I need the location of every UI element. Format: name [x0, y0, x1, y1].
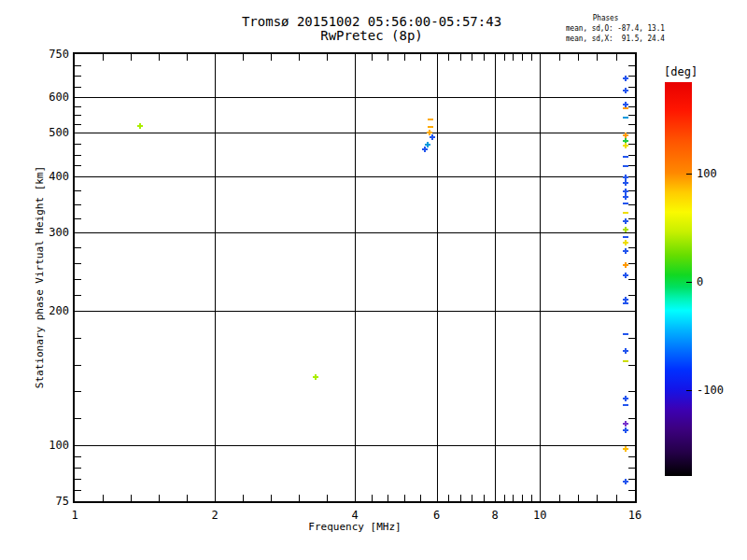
x-gridline: [495, 54, 496, 501]
x-minor-tick-top: [484, 54, 485, 61]
x-tick-label: 10: [521, 509, 558, 522]
data-point: [427, 142, 429, 147]
data-point: [428, 126, 433, 128]
x-minor-tick: [159, 495, 160, 501]
data-point: [623, 236, 628, 238]
y-gridline: [75, 97, 635, 98]
x-minor-tick: [616, 495, 617, 501]
y-minor-tick-right: [628, 295, 635, 296]
x-minor-tick-top: [103, 54, 104, 61]
y-minor-tick-right: [628, 338, 635, 339]
colorbar-tick: [686, 390, 692, 391]
x-minor-tick-top: [616, 54, 617, 61]
x-minor-tick: [388, 495, 388, 501]
data-point: [623, 156, 628, 158]
x-minor-tick-top: [131, 54, 132, 61]
data-point: [139, 123, 141, 129]
y-minor-tick-right: [628, 204, 635, 205]
x-minor-tick-top: [372, 54, 373, 61]
x-minor-tick-top: [472, 54, 472, 61]
x-minor-tick: [187, 495, 188, 501]
colorbar-tick-label: 0: [697, 275, 703, 288]
x-gridline: [355, 54, 356, 501]
y-minor-tick: [75, 144, 81, 145]
y-minor-tick-right: [628, 144, 635, 145]
data-point: [623, 212, 628, 214]
data-point: [625, 143, 627, 148]
data-point: [625, 396, 627, 401]
data-point: [623, 203, 628, 204]
colorbar: [665, 82, 692, 476]
colorbar-tick: [686, 174, 692, 175]
x-minor-tick-top: [187, 54, 188, 61]
x-minor-tick: [372, 495, 373, 501]
x-minor-tick: [513, 495, 514, 501]
x-minor-tick-top: [460, 54, 461, 61]
phase-statistics: Phases mean, sd,O: -87.4, 13.1 mean, sd,…: [566, 13, 659, 44]
y-minor-tick: [75, 115, 81, 116]
y-minor-tick: [75, 263, 81, 264]
data-point: [429, 130, 430, 135]
colorbar-tick: [686, 282, 692, 283]
x-minor-tick-top: [327, 54, 328, 61]
colorbar-unit-label: [deg]: [664, 65, 698, 78]
x-minor-tick-top: [159, 54, 160, 61]
data-point: [625, 479, 627, 484]
x-minor-tick: [559, 495, 560, 501]
data-point: [623, 117, 628, 119]
y-minor-tick: [75, 76, 81, 77]
y-minor-tick: [75, 365, 81, 366]
y-minor-tick: [75, 279, 81, 280]
y-minor-tick-right: [628, 76, 635, 77]
y-minor-tick: [75, 490, 81, 491]
y-minor-tick: [75, 124, 81, 125]
x-minor-tick-top: [504, 54, 505, 61]
phase-mean-sd-x: mean, sd,X: 91.5, 24.4: [566, 34, 659, 44]
y-minor-tick-right: [628, 479, 635, 480]
data-point: [623, 360, 628, 362]
y-minor-tick: [75, 165, 81, 166]
y-tick-label: 400: [30, 170, 69, 183]
data-point: [623, 302, 628, 304]
data-point: [315, 374, 317, 380]
data-point: [623, 165, 628, 167]
y-minor-tick-right: [628, 365, 635, 366]
y-minor-tick-right: [628, 456, 635, 457]
y-minor-tick-right: [628, 124, 635, 125]
data-point: [625, 218, 627, 224]
y-minor-tick-right: [628, 391, 635, 392]
x-minor-tick-top: [578, 54, 579, 61]
y-minor-tick-right: [628, 418, 635, 419]
data-point: [625, 273, 627, 278]
data-point: [625, 76, 627, 81]
data-point: [625, 227, 627, 232]
x-minor-tick: [531, 495, 532, 501]
y-minor-tick: [75, 87, 81, 88]
x-minor-tick: [420, 495, 421, 501]
data-point: [625, 446, 627, 452]
y-gridline: [75, 133, 635, 133]
data-point: [625, 240, 627, 245]
colorbar-tick-label: 100: [697, 167, 717, 180]
x-minor-tick-top: [559, 54, 560, 61]
y-minor-tick: [75, 456, 81, 457]
x-minor-tick-top: [271, 54, 272, 61]
y-minor-tick: [75, 190, 81, 191]
y-minor-tick: [75, 218, 81, 219]
y-minor-tick: [75, 155, 81, 156]
x-minor-tick-top: [404, 54, 405, 61]
data-point: [623, 404, 628, 406]
data-point: [625, 194, 627, 200]
y-gridline: [75, 232, 635, 233]
y-tick-label: 750: [30, 48, 69, 61]
y-minor-tick-right: [628, 247, 635, 248]
y-minor-tick-right: [628, 490, 635, 491]
y-minor-tick: [75, 295, 81, 296]
y-tick-label: 300: [30, 226, 69, 239]
y-minor-tick: [75, 204, 81, 205]
y-tick-label: 100: [30, 439, 69, 452]
x-minor-tick: [103, 495, 104, 501]
y-tick-label: 75: [30, 495, 69, 508]
x-tick-label: 6: [418, 509, 456, 522]
data-point: [625, 421, 627, 427]
